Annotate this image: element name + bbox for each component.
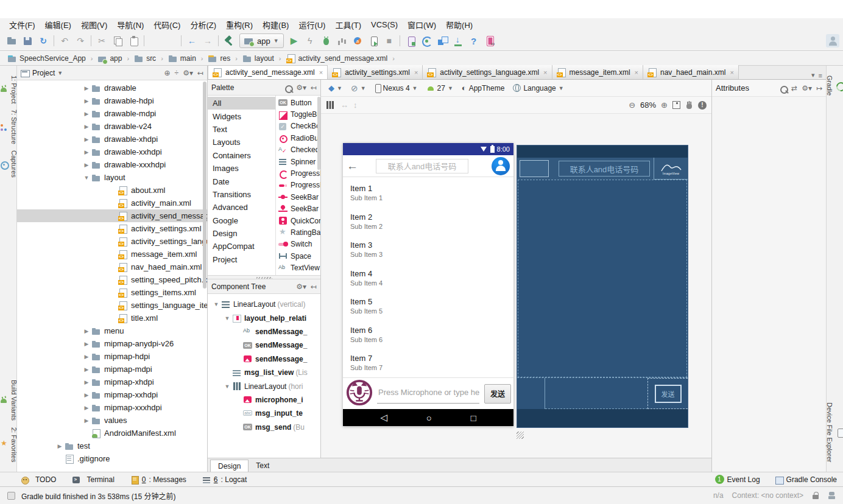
- menu-item[interactable]: 窗口(W): [403, 18, 440, 31]
- hide-panel-icon[interactable]: ↤: [311, 83, 317, 92]
- open-icon[interactable]: [4, 33, 19, 48]
- gear-icon[interactable]: ⚙▾: [296, 83, 306, 92]
- tree-expand-arrow[interactable]: ▶: [82, 162, 91, 168]
- palette-category[interactable]: Containers: [208, 149, 275, 162]
- palette-component[interactable]: CheckedTextView: [276, 144, 320, 156]
- event-log-button[interactable]: 1 Event Log: [715, 475, 760, 484]
- run-configuration-select[interactable]: app ▼: [239, 33, 284, 48]
- component-tree-item[interactable]: sendMessage_: [208, 352, 320, 366]
- palette-component[interactable]: SeekBar: [276, 191, 320, 203]
- blueprint-list[interactable]: [518, 180, 687, 377]
- nav-home-icon[interactable]: ○: [426, 413, 432, 423]
- tool-window-button[interactable]: Device File Explorer: [826, 402, 843, 462]
- palette-category[interactable]: Transitions: [208, 188, 275, 201]
- menu-item[interactable]: 运行(U): [294, 18, 330, 31]
- tree-item[interactable]: .gitignore: [17, 452, 207, 465]
- palette-category[interactable]: Google: [208, 214, 275, 227]
- search-icon[interactable]: [776, 83, 787, 94]
- palette-category[interactable]: Design: [208, 227, 275, 240]
- palette-component[interactable]: ToggleButton: [276, 108, 320, 120]
- list-item[interactable]: Item 7 Sub Item 7: [343, 351, 513, 377]
- tree-item[interactable]: activity_settings_language.xml: [17, 235, 207, 248]
- list-item[interactable]: Item 3 Sub Item 3: [343, 237, 513, 266]
- blueprint-input-box[interactable]: [545, 378, 647, 409]
- gradle-sync-icon[interactable]: [418, 33, 434, 48]
- pan-icon[interactable]: [685, 101, 693, 110]
- tree-item[interactable]: ▶ drawable-xxhdpi: [17, 145, 207, 158]
- layout-captures-icon[interactable]: [450, 33, 466, 48]
- palette-component[interactable]: ProgressBar (Horizontal): [276, 180, 320, 191]
- hide-panel-icon[interactable]: ↦: [816, 84, 822, 93]
- palette-category[interactable]: All: [208, 97, 275, 110]
- menu-item[interactable]: VCS(S): [367, 19, 402, 30]
- constraint-v-icon[interactable]: ↕: [353, 100, 358, 110]
- menu-item[interactable]: 视图(V): [77, 18, 111, 31]
- tree-item[interactable]: title.xml: [17, 312, 207, 324]
- close-icon[interactable]: ×: [730, 69, 733, 76]
- debug-icon[interactable]: [318, 33, 334, 48]
- tree-expand-arrow[interactable]: ▶: [82, 85, 91, 91]
- palette-component[interactable]: Spinner: [276, 156, 320, 167]
- tree-item[interactable]: ▶ drawable-hdpi: [17, 94, 207, 107]
- redo-icon[interactable]: ↷: [72, 33, 88, 48]
- editor-mode-tab[interactable]: Design: [210, 460, 249, 472]
- tree-expand-arrow[interactable]: ▶: [82, 392, 91, 398]
- palette-category[interactable]: Project: [208, 253, 275, 266]
- breadcrumb-item[interactable]: main ›: [167, 54, 207, 63]
- hide-panel-icon[interactable]: ↤: [197, 69, 203, 77]
- palette-category[interactable]: AppCompat: [208, 240, 275, 253]
- menu-item[interactable]: 帮助(H): [442, 18, 477, 31]
- tree-item[interactable]: ▶ drawable-mdpi: [17, 107, 207, 120]
- sdk-manager-icon[interactable]: [434, 33, 450, 48]
- menu-item[interactable]: 工具(T): [331, 18, 365, 31]
- gear-icon[interactable]: ⚙▾: [802, 84, 812, 93]
- blueprint-preview[interactable]: 联系人and电话号码 ImageView 发送: [517, 145, 688, 428]
- palette-component[interactable]: Button: [276, 97, 320, 108]
- list-item[interactable]: Item 2 Sub Item 2: [343, 209, 513, 238]
- component-tree-item[interactable]: msg_input_te: [208, 407, 320, 420]
- tree-expand-arrow[interactable]: ▼: [82, 175, 91, 181]
- tree-item[interactable]: settings_items.xml: [17, 286, 207, 299]
- tool-window-button[interactable]: Terminal: [72, 475, 114, 484]
- palette-component[interactable]: TextView: [276, 262, 320, 273]
- palette-component[interactable]: Space: [276, 250, 320, 262]
- list-item[interactable]: Item 4 Sub Item 4: [343, 266, 513, 295]
- tree-item[interactable]: ▶ drawable-v24: [17, 120, 207, 133]
- menu-item[interactable]: 文件(F): [5, 18, 40, 31]
- cut-icon[interactable]: ✂: [94, 33, 110, 48]
- show-blueprint-icon[interactable]: [326, 101, 334, 109]
- api-level-select[interactable]: 27▼: [424, 84, 456, 93]
- editor-tab[interactable]: activity_send_message.xml ×: [208, 65, 328, 79]
- tool-window-button[interactable]: 7: Structure: [0, 110, 18, 144]
- palette-category[interactable]: Advanced: [208, 201, 275, 214]
- tree-expand-arrow[interactable]: ▼: [222, 315, 232, 321]
- component-tree-item[interactable]: ▼ LinearLayout (vertical): [208, 298, 320, 311]
- tree-item[interactable]: ▶ test: [17, 439, 207, 452]
- separator[interactable]: [178, 33, 184, 48]
- separator[interactable]: [216, 33, 221, 48]
- blueprint-mic-box[interactable]: [517, 378, 545, 409]
- scrollbar[interactable]: [203, 82, 206, 289]
- tree-expand-arrow[interactable]: ▶: [82, 149, 91, 155]
- palette-component[interactable]: RatingBar: [276, 226, 320, 238]
- project-view-selector[interactable]: Project ▼: [21, 69, 63, 77]
- close-icon[interactable]: ×: [635, 69, 638, 76]
- breadcrumb-item[interactable]: app ›: [96, 54, 133, 63]
- theme-select[interactable]: ◐AppTheme: [459, 83, 507, 93]
- sync-icon[interactable]: ↻: [35, 33, 51, 48]
- build-project-icon[interactable]: [221, 33, 237, 48]
- find-in-path-icon[interactable]: [163, 33, 178, 48]
- tree-item[interactable]: ▶ mipmap-xhdpi: [17, 376, 207, 388]
- microphone-button[interactable]: [345, 379, 373, 408]
- tree-expand-arrow[interactable]: ▶: [82, 111, 91, 117]
- component-tree-item[interactable]: sendMessage_: [208, 338, 320, 352]
- separator[interactable]: [141, 33, 147, 48]
- contact-search-input[interactable]: 联系人and电话号码: [376, 159, 468, 173]
- run-icon[interactable]: ▶: [286, 33, 302, 48]
- palette-component[interactable]: SeekBar (Discrete): [276, 203, 320, 215]
- tree-expand-arrow[interactable]: ▶: [82, 354, 91, 360]
- constraint-h-icon[interactable]: ↔: [340, 100, 348, 110]
- blueprint-imageview[interactable]: ImageView: [654, 158, 688, 180]
- editor-tab[interactable]: nav_haed_main.xml ×: [643, 65, 739, 79]
- tree-item[interactable]: ▶ mipmap-hdpi: [17, 350, 207, 363]
